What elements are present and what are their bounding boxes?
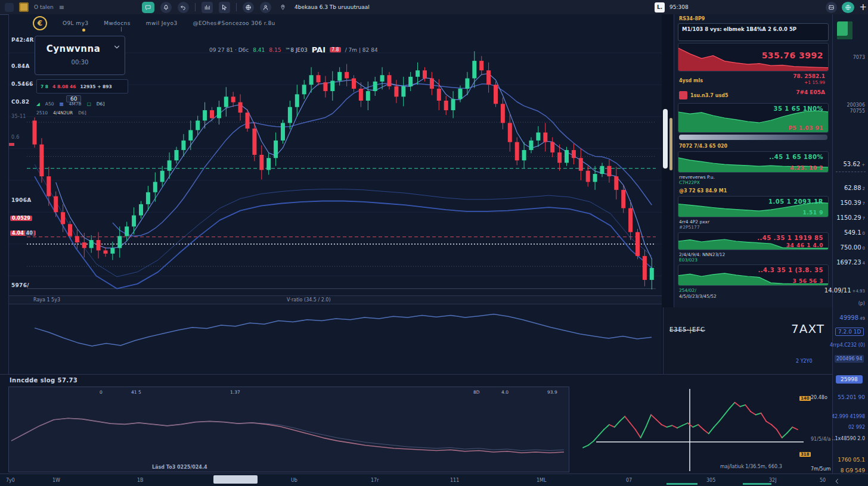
quote-number[interactable]: 1150.297 — [836, 214, 865, 221]
quote-price: 35 1 65 1N0% — [773, 105, 823, 112]
chart-menu-item[interactable]: mwil Jeyo3 — [146, 20, 178, 26]
chat-icon[interactable] — [142, 2, 154, 13]
ohlc-value: 12935 + 893 — [80, 84, 111, 89]
undo-icon[interactable] — [178, 2, 189, 13]
horizontal-scrollbar-thumb[interactable] — [213, 475, 258, 484]
info-line: 4/5/0/23/3/45/52 — [679, 294, 827, 299]
legend-part: 8.41 — [253, 47, 265, 53]
session-highlight — [666, 483, 698, 485]
time-tick-label: 1W — [52, 478, 60, 483]
watchlist-chart-row[interactable]: ..45 1 65 180%4.23. 10 2 — [678, 151, 829, 173]
toolbar-divider — [236, 3, 237, 11]
watchlist-chart-row[interactable]: ..4.3 35 1 (3.8. 353 56 56 3 — [678, 264, 829, 286]
globe-icon[interactable] — [243, 2, 254, 13]
momentum-tick-label: 0 — [100, 390, 103, 395]
chart-menu-item[interactable]: @EOhes#Soncezoo 306 r.8u — [193, 20, 275, 26]
info-line: 4rr4 4P2 pxxr — [679, 219, 827, 225]
legend-part: PAI — [312, 45, 326, 54]
watchlist-chart-row[interactable]: 35 1 65 1N0%P5 1.03 91 — [678, 103, 829, 133]
quote-number[interactable]: 62.882 — [844, 185, 865, 191]
account-badge-icon[interactable] — [19, 2, 29, 12]
chart-legend: 09 27 81 · D6c8.418.15™8 JE03PAI7.8/ 7m … — [209, 45, 378, 54]
momentum-tick-label: 4.0 — [501, 390, 509, 395]
instrument-label: 1su.n3.7 usd5 — [690, 93, 728, 98]
ohlc-data-window: 7 84 8.08 4612935 + 893 — [36, 79, 128, 94]
watchlist-info-row[interactable]: rrevreverws P.u.C7H22PX — [679, 175, 827, 186]
oscillator-chart[interactable] — [9, 304, 662, 371]
column-text: 1.1x48590 2.0 — [830, 436, 865, 441]
action-button[interactable]: 25998 — [836, 375, 863, 384]
quote-number[interactable]: 1697.234 — [836, 259, 865, 266]
indicator-legend-row[interactable]: 25104/4N2URD6] — [36, 110, 86, 116]
watchlist-row[interactable]: 4ysd mls78. 2582.1+1 15.99 — [679, 73, 827, 88]
indicator-legend-row[interactable]: ◢A50▦4M7B□D6] — [36, 101, 104, 107]
watchlist-chart-row[interactable]: ..45 .35 1 1919 8534 46 1 4.0 — [678, 232, 829, 250]
chart-bars-icon[interactable] — [202, 2, 213, 13]
footer-code: E3E5·|EFC — [669, 326, 705, 333]
chart-menu-item[interactable]: Mwdocns — [104, 20, 131, 26]
watchlist-info-row[interactable]: 254/02/4/5/0/23/3/45/52 — [679, 288, 827, 299]
momentum-tick-label: 1.37 — [230, 390, 240, 395]
quote-column: 70732003067075553.62+62.882150.3971150.2… — [832, 14, 868, 486]
quote-number[interactable]: 14.09/11+4.93 — [824, 287, 865, 294]
legend-item: D6] — [97, 101, 104, 107]
balance-label: O talen — [34, 4, 54, 10]
watchlist-row[interactable]: 1su.n3.7 usd57#4 E05A — [679, 89, 827, 101]
mini-chart — [578, 384, 832, 473]
watchlist-row[interactable]: @3 72 63 84.9 M1 — [679, 188, 827, 194]
bottom-indicator-section: Inncdde slog 57.73 Läsd To3 0225/024.4 0… — [0, 374, 832, 474]
quote-number[interactable]: 150.397 — [841, 200, 865, 206]
quote-price: ..45 1 65 180% — [769, 154, 823, 160]
column-text: 02 992 — [848, 425, 865, 430]
watchlist-info-row[interactable]: 2/4/4/9/4: NNN23/12E03/023 — [679, 252, 827, 263]
toolbar-divider — [195, 3, 196, 11]
person-icon[interactable] — [260, 2, 271, 13]
info-chip[interactable]: 200496 94 — [835, 355, 864, 363]
quote-number[interactable]: 549.10 — [844, 229, 865, 236]
quote-value: 7#4 E05A — [796, 89, 825, 95]
session-highlight — [743, 483, 771, 485]
watchlist-chart-row[interactable]: 535.76 3992 — [678, 43, 829, 71]
watchlist-row[interactable]: 7072 7/4.3 65 020 — [679, 142, 827, 149]
mini-chart-footer: maj/latiuk 1/36.5m, 660.3 — [720, 464, 782, 469]
momentum-panel[interactable]: Läsd To3 0225/024.4 041 51.378D4.093.9 — [8, 387, 569, 472]
mini-chart-panel[interactable]: maj/latiuk 1/36.5m, 660.3 14031820.48o91… — [578, 384, 832, 473]
watchlist-scrollbar[interactable] — [679, 135, 827, 140]
watchlist-info-row[interactable]: 4rr4 4P2 pxxr#2P5177 — [679, 219, 827, 230]
footer-link[interactable]: 2 Y2Y0 — [796, 359, 813, 364]
pin-icon[interactable] — [277, 2, 289, 13]
legend-part: 09 27 81 · D6c — [209, 47, 249, 53]
quote-number[interactable]: 53.62+ — [843, 161, 865, 167]
scrollbar-thumb[interactable] — [663, 109, 668, 169]
bell-icon[interactable] — [160, 2, 172, 13]
column-text: 7073 — [853, 55, 865, 60]
grid-icon[interactable] — [5, 3, 14, 12]
legend-item: ◢ — [36, 101, 40, 107]
screenshot-icon[interactable] — [826, 2, 837, 13]
order-size-box[interactable]: 7.2.0 1D — [835, 328, 864, 336]
quote-number[interactable]: 4999849 — [839, 314, 865, 321]
watchlist-header: RS34-8P9 — [679, 16, 829, 21]
cursor-icon[interactable] — [219, 2, 230, 13]
eco-icon[interactable] — [842, 2, 854, 13]
watchlist-chart-row[interactable]: 1.05 1 2093.1R1.51 9 — [678, 196, 829, 217]
mini-axis-label: 91/5/4/a — [811, 437, 830, 442]
history-back-icon[interactable] — [833, 476, 841, 486]
menu-icon[interactable]: ≡ — [59, 4, 64, 11]
info-line: E03/023 — [679, 257, 827, 263]
instrument-label: 4ysd mls — [679, 78, 703, 83]
time-tick-label: 32J — [769, 478, 777, 483]
subpane-right-label: V·ratio (34.5 / 2.0) — [287, 297, 331, 303]
market-tile-icon[interactable] — [837, 21, 852, 39]
quote-price: 535.76 3992 — [762, 51, 823, 60]
quote-number[interactable]: 750.000 — [841, 244, 865, 251]
price-tag: 318 — [799, 452, 811, 457]
chevron-down-icon[interactable] — [113, 42, 121, 51]
time-tick-label: 7y0 — [6, 478, 15, 483]
add-panel-button[interactable]: + — [859, 2, 867, 13]
watchlist-title-row[interactable]: M1/103 8 vys: elbmek 1B4%A 2 6.0.0 5P — [678, 23, 829, 41]
chart-menu-item[interactable]: O9L my3 — [63, 20, 88, 26]
symbol-selector[interactable]: Cynwvnna 00:30 — [35, 36, 125, 75]
instrument-label: @3 72 63 84.9 M1 — [679, 188, 727, 194]
scrollbar-thumb-secondary[interactable] — [669, 118, 672, 170]
